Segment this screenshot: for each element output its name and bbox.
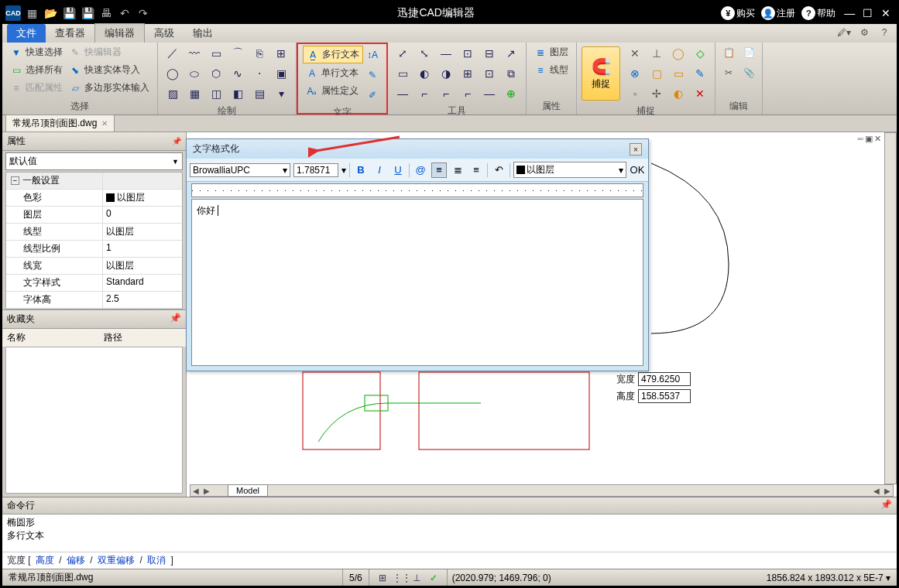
snap-button[interactable]: 🧲 捕捉 bbox=[582, 46, 620, 101]
t12-icon[interactable]: ⧉ bbox=[501, 64, 521, 83]
ruler[interactable] bbox=[191, 183, 643, 197]
hatch-icon[interactable]: ▨ bbox=[163, 84, 183, 103]
tab-file[interactable]: 文件 bbox=[7, 24, 46, 43]
undo-button[interactable]: ↶ bbox=[491, 162, 506, 178]
s5-icon[interactable]: ⊗ bbox=[625, 64, 645, 83]
s1-icon[interactable]: ✕ bbox=[625, 44, 645, 63]
s8-icon[interactable]: ✎ bbox=[690, 64, 710, 83]
s12-icon[interactable]: ✕ bbox=[690, 84, 710, 103]
cmd-opt[interactable]: 取消 bbox=[147, 555, 166, 566]
s6-icon[interactable]: ▢ bbox=[647, 64, 667, 83]
prop-row[interactable]: 线宽以图层 bbox=[6, 258, 182, 275]
rect-icon[interactable]: ▭ bbox=[206, 44, 226, 63]
dialog-close-icon[interactable]: × bbox=[630, 143, 642, 156]
s10-icon[interactable]: ✢ bbox=[647, 84, 667, 103]
t3-icon[interactable]: — bbox=[436, 44, 456, 63]
italic-button[interactable]: I bbox=[372, 162, 387, 178]
ellipse-icon[interactable]: ⬭ bbox=[184, 64, 204, 83]
solid-import[interactable]: ⬊快速实体导入 bbox=[66, 62, 153, 78]
pin-icon[interactable]: 📌 bbox=[880, 499, 892, 512]
clip-icon[interactable]: 📎 bbox=[740, 64, 757, 81]
s2-icon[interactable]: ⊥ bbox=[647, 44, 667, 63]
more-icon[interactable]: ▾ bbox=[271, 84, 291, 103]
quick-editor[interactable]: ✎快编辑器 bbox=[66, 44, 153, 60]
prop-row[interactable]: 色彩以图层 bbox=[6, 190, 182, 207]
pin-icon[interactable]: 📌 bbox=[170, 313, 181, 326]
layer-button[interactable]: ≣图层 bbox=[531, 44, 571, 60]
boundary-icon[interactable]: ◫ bbox=[206, 84, 226, 103]
document-tab[interactable]: 常规吊顶剖面图.dwg ✕ bbox=[5, 115, 115, 132]
prop-selector[interactable]: 默认值▼ bbox=[5, 152, 183, 170]
tab-advanced[interactable]: 高级 bbox=[145, 24, 184, 43]
prop-row[interactable]: 线型比例1 bbox=[6, 241, 182, 258]
style-icon[interactable]: 🖉▾ bbox=[836, 26, 852, 39]
align-left-button[interactable]: ≡ bbox=[431, 162, 447, 178]
copy2-icon[interactable]: 📋 bbox=[720, 44, 737, 61]
t18-icon[interactable]: ⊕ bbox=[501, 84, 521, 103]
bold-button[interactable]: B bbox=[353, 162, 369, 178]
cmd-opt[interactable]: 双重偏移 bbox=[98, 555, 135, 566]
attdef-button[interactable]: Aₐ属性定义 bbox=[303, 83, 363, 99]
cmd-opt[interactable]: 高度 bbox=[36, 555, 54, 566]
tab-viewer[interactable]: 查看器 bbox=[46, 24, 94, 43]
text-edit-icon[interactable]: ✎ bbox=[363, 66, 382, 84]
poly-solid[interactable]: ▱多边形实体输入 bbox=[66, 80, 153, 96]
tab-output[interactable]: 输出 bbox=[184, 24, 222, 43]
polar-toggle-icon[interactable]: ✓ bbox=[427, 573, 441, 583]
t17-icon[interactable]: — bbox=[479, 84, 499, 103]
match-prop[interactable]: ≡匹配属性 bbox=[7, 80, 66, 96]
undo-icon[interactable]: ↶ bbox=[117, 5, 132, 21]
t10-icon[interactable]: ⊞ bbox=[458, 64, 478, 83]
hscrollbar[interactable]: ◀ ▶ Model ◀▶ bbox=[190, 484, 894, 497]
copy-icon[interactable]: ⎘ bbox=[249, 44, 269, 63]
cut-icon[interactable]: ✂ bbox=[720, 64, 737, 81]
polyline-icon[interactable]: 〰 bbox=[184, 44, 204, 63]
t8-icon[interactable]: ◐ bbox=[414, 64, 434, 83]
line-icon[interactable]: ／ bbox=[163, 44, 183, 63]
mtext-button[interactable]: A̲多行文本 bbox=[303, 46, 363, 63]
t14-icon[interactable]: ⌐ bbox=[414, 84, 434, 103]
stext-button[interactable]: A单行文本 bbox=[303, 65, 363, 81]
prop-row[interactable]: 文字样式Standard bbox=[6, 275, 182, 292]
select-all[interactable]: ▭选择所有 bbox=[7, 62, 66, 78]
cmd-prompt[interactable]: 宽度 [ 高度 / 偏移 / 双重偏移 / 取消 ] bbox=[2, 552, 897, 569]
t11-icon[interactable]: ⊡ bbox=[479, 64, 499, 83]
paste-icon[interactable]: 📄 bbox=[740, 44, 757, 61]
ltype-button[interactable]: ≡线型 bbox=[531, 62, 571, 78]
s3-icon[interactable]: ◯ bbox=[668, 44, 688, 63]
layer-select[interactable]: 以图层 ▾ bbox=[513, 162, 626, 178]
help-ribbon-icon[interactable]: ? bbox=[877, 26, 892, 39]
print-icon[interactable]: 🖶 bbox=[98, 5, 114, 21]
array-icon[interactable]: ⊞ bbox=[271, 44, 291, 63]
text-editor[interactable]: 你好 bbox=[191, 199, 643, 366]
pin-icon[interactable]: 📌 bbox=[172, 137, 181, 145]
snap-toggle-icon[interactable]: ⊞ bbox=[376, 573, 389, 583]
font-select[interactable]: BrowalliaUPC▾ bbox=[190, 163, 290, 177]
s4-icon[interactable]: ◇ bbox=[690, 44, 710, 63]
s7-icon[interactable]: ▭ bbox=[668, 64, 688, 83]
prop-row[interactable]: 图层0 bbox=[6, 207, 182, 224]
circle-icon[interactable]: ◯ bbox=[163, 64, 183, 83]
t2-icon[interactable]: ⤡ bbox=[414, 44, 434, 63]
polygon-icon[interactable]: ⬡ bbox=[206, 64, 226, 83]
point-icon[interactable]: ⋅ bbox=[249, 64, 269, 83]
tab-editor[interactable]: 编辑器 bbox=[94, 23, 145, 43]
s11-icon[interactable]: ◐ bbox=[668, 84, 688, 103]
t16-icon[interactable]: ⌐ bbox=[458, 84, 478, 103]
tab-next-icon[interactable]: ▶ bbox=[201, 487, 212, 495]
chevron-down-icon[interactable]: ▾ bbox=[341, 165, 346, 176]
height-input[interactable] bbox=[638, 389, 691, 403]
arc-icon[interactable]: ⌒ bbox=[228, 44, 248, 63]
zoom-chevron-icon[interactable]: ▾ bbox=[886, 573, 890, 583]
tool-icon[interactable]: ⚙ bbox=[856, 26, 872, 39]
table-icon[interactable]: ▤ bbox=[249, 84, 269, 103]
redo-icon[interactable]: ↷ bbox=[136, 5, 151, 21]
new-icon[interactable]: ▦ bbox=[24, 5, 39, 21]
prop-section[interactable]: −一般设置 bbox=[6, 173, 182, 190]
ortho-toggle-icon[interactable]: ⊥ bbox=[410, 573, 424, 583]
dialog-titlebar[interactable]: 文字格式化 × bbox=[187, 139, 648, 159]
vscrollbar[interactable] bbox=[884, 132, 897, 484]
t5-icon[interactable]: ⊟ bbox=[479, 44, 499, 63]
align-center-button[interactable]: ≣ bbox=[450, 162, 465, 178]
size-input[interactable] bbox=[293, 163, 338, 177]
